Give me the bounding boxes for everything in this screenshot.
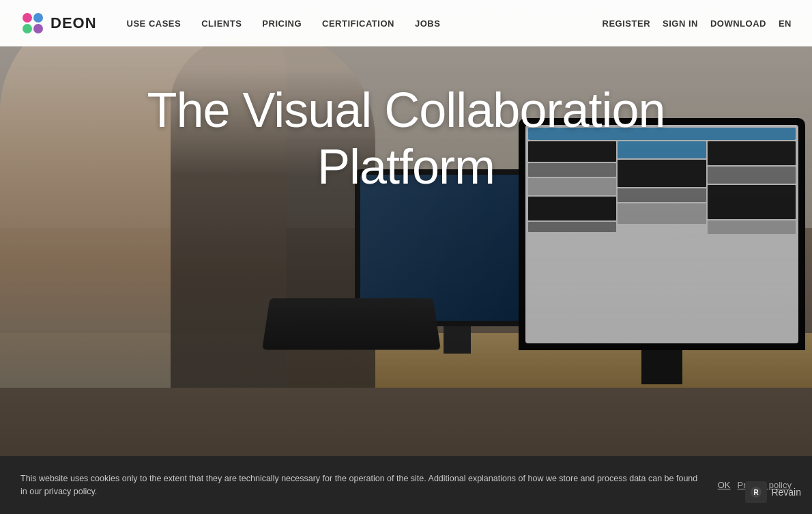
nav-links: USE CASES CLIENTS PRICING CERTIFICATION …: [117, 18, 603, 29]
logo-link[interactable]: DEON: [20, 11, 97, 35]
nav-use-cases[interactable]: USE CASES: [117, 18, 191, 29]
revain-logo-icon: R: [749, 485, 763, 499]
nav-pricing[interactable]: PRICING: [252, 18, 311, 29]
nav-clients[interactable]: CLIENTS: [192, 18, 251, 29]
revain-badge: R Revain: [745, 481, 801, 503]
hero-title-line2: Platform: [317, 139, 495, 194]
cookie-text: This website uses cookies only to the ex…: [20, 472, 704, 498]
hero-section: The Visual Collaboration Platform: [0, 0, 812, 456]
revain-label: Revain: [771, 487, 801, 498]
nav-download[interactable]: DOWNLOAD: [710, 18, 766, 29]
nav-right: REGISTER SIGN IN DOWNLOAD EN: [603, 18, 792, 29]
svg-point-3: [33, 24, 43, 33]
svg-point-0: [23, 13, 32, 23]
hero-title-line1: The Visual Collaboration: [147, 83, 665, 137]
hero-background: [0, 0, 812, 456]
hero-overlay: [0, 0, 812, 456]
nav-jobs[interactable]: JOBS: [405, 18, 450, 29]
nav-sign-in[interactable]: SIGN IN: [663, 18, 698, 29]
nav-lang[interactable]: EN: [779, 18, 792, 29]
svg-text:R: R: [754, 489, 759, 496]
revain-icon: R: [745, 481, 767, 503]
nav-register[interactable]: REGISTER: [603, 18, 650, 29]
svg-point-2: [23, 24, 32, 33]
navbar: DEON USE CASES CLIENTS PRICING CERTIFICA…: [0, 0, 812, 46]
hero-text-container: The Visual Collaboration Platform: [0, 82, 812, 195]
svg-point-1: [33, 13, 43, 23]
deon-logo-icon: [20, 11, 45, 35]
logo-text: DEON: [50, 14, 97, 32]
hero-title: The Visual Collaboration Platform: [0, 82, 812, 195]
cookie-bar: This website uses cookies only to the ex…: [0, 456, 812, 514]
cookie-ok-button[interactable]: OK: [718, 480, 731, 490]
nav-certification[interactable]: CERTIFICATION: [313, 18, 404, 29]
